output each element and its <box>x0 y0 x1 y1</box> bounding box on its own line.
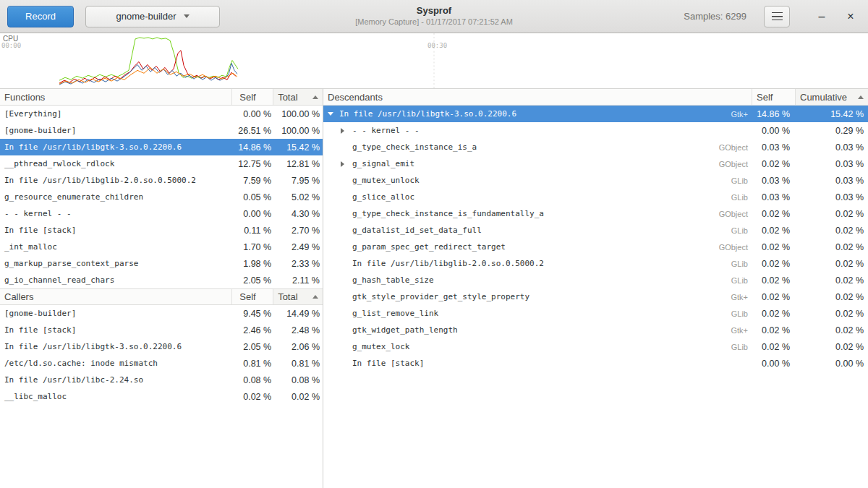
function-name: g_markup_parse_context_parse <box>0 259 232 268</box>
functions-name-column-header[interactable]: Functions <box>0 89 232 105</box>
descendant-name: g_type_check_instance_is_a <box>352 142 477 152</box>
descendant-row[interactable]: g_list_remove_link GLib 0.02 % 0.02 % <box>323 305 868 322</box>
callers-table-header: Callers Self Total <box>0 288 323 305</box>
descendant-row[interactable]: In file /usr/lib/libgtk-3.so.0.2200.6 Gt… <box>323 106 868 122</box>
function-self-percent: 1.70 % <box>232 242 273 252</box>
function-row[interactable]: - - kernel - - 0.00 % 4.30 % <box>0 205 323 222</box>
callers-self-column-header[interactable]: Self <box>232 289 273 304</box>
function-row[interactable]: [gnome-builder] 26.51 % 100.00 % <box>0 122 323 139</box>
caller-row[interactable]: __libc_malloc 0.02 % 0.02 % <box>0 388 323 405</box>
descendant-row[interactable]: g_datalist_id_set_data_full GLib 0.02 % … <box>323 222 868 239</box>
caller-row[interactable]: In file /usr/lib/libgtk-3.so.0.2200.6 2.… <box>0 338 323 355</box>
function-name: g_io_channel_read_chars <box>0 275 232 285</box>
minimize-button[interactable]: – <box>812 7 832 27</box>
function-self-percent: 0.00 % <box>232 209 273 219</box>
function-row[interactable]: g_resource_enumerate_children 0.05 % 5.0… <box>0 189 323 205</box>
expander-icon[interactable] <box>341 128 352 134</box>
callers-table: [gnome-builder] 9.45 % 14.49 % In file [… <box>0 305 323 405</box>
functions-self-column-header[interactable]: Self <box>232 89 273 105</box>
profile-content: Functions Self Total [Everything] 0.00 %… <box>0 89 868 488</box>
expander-icon[interactable] <box>341 161 352 167</box>
descendant-name-cell: - - kernel - - <box>323 126 752 135</box>
descendant-row[interactable]: g_mutex_unlock GLib 0.03 % 0.03 % <box>323 172 868 189</box>
close-button[interactable]: × <box>841 7 861 27</box>
descendant-row[interactable]: g_type_check_instance_is_fundamentally_a… <box>323 205 868 222</box>
left-panel: Functions Self Total [Everything] 0.00 %… <box>0 89 323 488</box>
descendant-self-percent: 0.02 % <box>752 259 796 269</box>
caller-total-percent: 0.08 % <box>273 375 323 385</box>
descendant-row[interactable]: g_param_spec_get_redirect_target GObject… <box>323 239 868 255</box>
descendants-self-column-header[interactable]: Self <box>752 89 796 105</box>
caller-total-percent: 14.49 % <box>273 309 323 319</box>
callers-total-column-header[interactable]: Total <box>273 289 323 304</box>
close-icon: × <box>847 11 854 22</box>
descendants-name-column-header[interactable]: Descendants <box>323 89 752 105</box>
caller-total-percent: 2.48 % <box>273 325 323 335</box>
function-total-percent: 7.95 % <box>273 176 323 186</box>
function-row[interactable]: g_markup_parse_context_parse 1.98 % 2.33… <box>0 255 323 272</box>
descendant-row[interactable]: In file [stack] 0.00 % 0.00 % <box>323 355 868 372</box>
caller-row[interactable]: /etc/ld.so.cache: inode mismatch 0.81 % … <box>0 355 323 372</box>
descendant-row[interactable]: g_hash_table_size GLib 0.02 % 0.02 % <box>323 272 868 288</box>
function-name: g_resource_enumerate_children <box>0 192 232 202</box>
descendant-name-cell: gtk_style_provider_get_style_property Gt… <box>323 292 752 301</box>
descendant-row[interactable]: - - kernel - - 0.00 % 0.29 % <box>323 122 868 139</box>
category-tag: GLib <box>724 193 748 202</box>
descendant-self-percent: 0.02 % <box>752 309 796 319</box>
cpu-series-cpu2 <box>59 63 237 85</box>
header-bar: Record gnome-builder Sysprof [Memory Cap… <box>0 0 868 33</box>
function-row[interactable]: _int_malloc 1.70 % 2.49 % <box>0 239 323 255</box>
function-name: __pthread_rwlock_rdlock <box>0 159 232 168</box>
function-row[interactable]: __pthread_rwlock_rdlock 12.75 % 12.81 % <box>0 155 323 172</box>
window-title-block: Sysprof [Memory Capture] - 01/17/2017 07… <box>355 5 513 26</box>
caller-self-percent: 2.46 % <box>232 325 273 335</box>
descendants-cumulative-column-header[interactable]: Cumulative <box>796 89 868 105</box>
menu-button[interactable] <box>764 6 790 27</box>
descendant-row[interactable]: gtk_widget_path_length Gtk+ 0.02 % 0.02 … <box>323 322 868 338</box>
caller-self-percent: 0.02 % <box>232 392 273 402</box>
callers-total-column-label: Total <box>278 291 297 302</box>
caller-total-percent: 0.02 % <box>273 392 323 402</box>
descendant-name: g_datalist_id_set_data_full <box>352 226 482 235</box>
descendant-cumulative-percent: 0.03 % <box>796 159 868 169</box>
caller-name: __libc_malloc <box>0 392 232 401</box>
descendant-name-cell: In file /usr/lib/libglib-2.0.so.0.5000.2… <box>323 259 752 268</box>
caller-name: /etc/ld.so.cache: inode mismatch <box>0 359 232 368</box>
descendant-row[interactable]: g_mutex_lock GLib 0.02 % 0.02 % <box>323 338 868 355</box>
function-row[interactable]: [Everything] 0.00 % 100.00 % <box>0 106 323 122</box>
descendant-cumulative-percent: 0.03 % <box>796 192 868 202</box>
descendant-name-cell: g_param_spec_get_redirect_target GObject <box>323 242 752 252</box>
function-self-percent: 7.59 % <box>232 176 273 186</box>
descendant-row[interactable]: g_slice_alloc GLib 0.03 % 0.03 % <box>323 189 868 205</box>
descendant-name: g_param_spec_get_redirect_target <box>352 242 506 252</box>
descendant-row[interactable]: gtk_style_provider_get_style_property Gt… <box>323 288 868 305</box>
caller-row[interactable]: In file [stack] 2.46 % 2.48 % <box>0 322 323 338</box>
descendant-row[interactable]: g_signal_emit GObject 0.02 % 0.03 % <box>323 155 868 172</box>
function-self-percent: 0.11 % <box>232 226 273 236</box>
functions-table: [Everything] 0.00 % 100.00 % [gnome-buil… <box>0 106 323 288</box>
process-selector-dropdown[interactable]: gnome-builder <box>85 6 220 27</box>
window-subtitle: [Memory Capture] - 01/17/2017 07:21:52 A… <box>355 17 513 26</box>
function-row[interactable]: g_io_channel_read_chars 2.05 % 2.11 % <box>0 272 323 288</box>
callers-name-column-header[interactable]: Callers <box>0 289 232 304</box>
expander-icon[interactable] <box>328 112 339 116</box>
caller-self-percent: 9.45 % <box>232 309 273 319</box>
category-tag: GLib <box>724 176 748 185</box>
descendant-cumulative-percent: 0.29 % <box>796 126 868 136</box>
caller-row[interactable]: In file /usr/lib/libc-2.24.so 0.08 % 0.0… <box>0 372 323 388</box>
descendant-row[interactable]: g_type_check_instance_is_a GObject 0.03 … <box>323 139 868 155</box>
function-total-percent: 12.81 % <box>273 159 323 169</box>
descendant-self-percent: 0.03 % <box>752 176 796 186</box>
function-row[interactable]: In file /usr/lib/libglib-2.0.so.0.5000.2… <box>0 172 323 189</box>
cpu-timeline[interactable]: CPU 00:00 00:30 <box>0 33 868 89</box>
function-row[interactable]: In file [stack] 0.11 % 2.70 % <box>0 222 323 239</box>
caller-row[interactable]: [gnome-builder] 9.45 % 14.49 % <box>0 305 323 322</box>
descendant-name-cell: gtk_widget_path_length Gtk+ <box>323 325 752 335</box>
descendant-self-percent: 0.02 % <box>752 242 796 252</box>
descendants-cumulative-column-label: Cumulative <box>800 92 847 103</box>
function-row[interactable]: In file /usr/lib/libgtk-3.so.0.2200.6 14… <box>0 139 323 155</box>
descendant-row[interactable]: In file /usr/lib/libglib-2.0.so.0.5000.2… <box>323 255 868 272</box>
descendant-name: In file /usr/lib/libglib-2.0.so.0.5000.2 <box>352 259 544 268</box>
record-button[interactable]: Record <box>7 6 74 27</box>
functions-total-column-header[interactable]: Total <box>273 89 323 105</box>
